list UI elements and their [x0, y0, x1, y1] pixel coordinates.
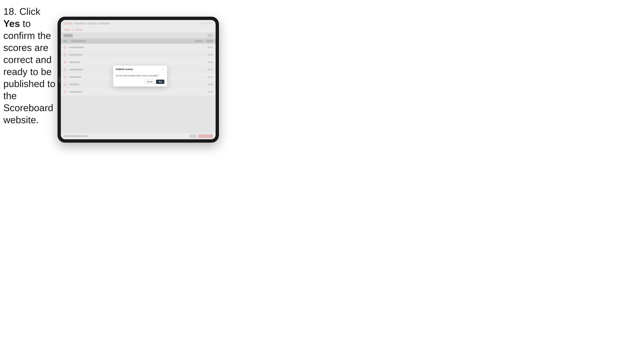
tablet-device: 1 2 3 4: [58, 17, 219, 143]
dialog-header: Publish scores ×: [113, 66, 167, 72]
instruction-before: Click: [17, 6, 40, 17]
step-number: 18.: [3, 6, 17, 17]
yes-button[interactable]: Yes: [156, 80, 164, 84]
instruction-text: 18. Click Yes to confirm the scores are …: [3, 5, 57, 126]
tablet-screen: 1 2 3 4: [61, 20, 216, 139]
tablet-side-button: [59, 77, 60, 82]
dialog-message: Are you ready to publish these scores to…: [116, 74, 164, 77]
instruction-after: to confirm the scores are correct and re…: [3, 18, 55, 125]
dialog-title: Publish scores: [116, 68, 133, 71]
cancel-button[interactable]: Cancel: [144, 80, 155, 84]
close-icon[interactable]: ×: [162, 68, 164, 71]
dialog-overlay: Publish scores × Are you ready to publis…: [61, 20, 216, 139]
dialog-actions: Cancel Yes: [116, 80, 164, 84]
bold-word: Yes: [3, 18, 20, 29]
dialog-body: Are you ready to publish these scores to…: [113, 72, 167, 86]
publish-scores-dialog: Publish scores × Are you ready to publis…: [113, 66, 167, 86]
